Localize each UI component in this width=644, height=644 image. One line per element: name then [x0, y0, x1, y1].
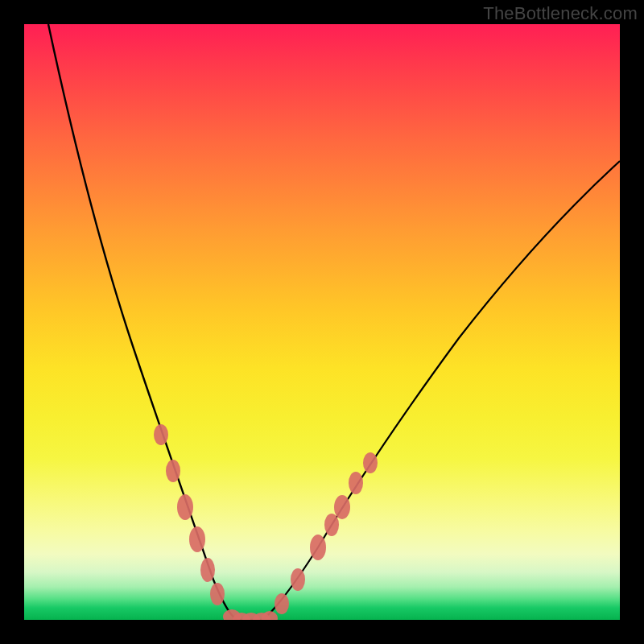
watermark-text: TheBottleneck.com	[483, 3, 638, 24]
bead-left	[210, 583, 225, 605]
bead-left	[200, 558, 215, 582]
bead-left	[166, 460, 180, 482]
left-curve	[48, 24, 237, 620]
curves-svg	[24, 24, 620, 620]
bead-right	[349, 472, 363, 494]
bead-right	[334, 495, 350, 519]
chart-frame: TheBottleneck.com	[0, 0, 644, 644]
bead-right	[363, 452, 378, 473]
bead-right	[291, 568, 305, 591]
bead-right	[324, 514, 339, 536]
bead-bottom	[262, 611, 278, 620]
bead-right	[310, 535, 326, 560]
bead-left	[189, 526, 205, 552]
plot-area	[24, 24, 620, 620]
bead-left	[154, 424, 168, 445]
bead-right	[275, 593, 289, 614]
bead-left	[177, 494, 193, 520]
